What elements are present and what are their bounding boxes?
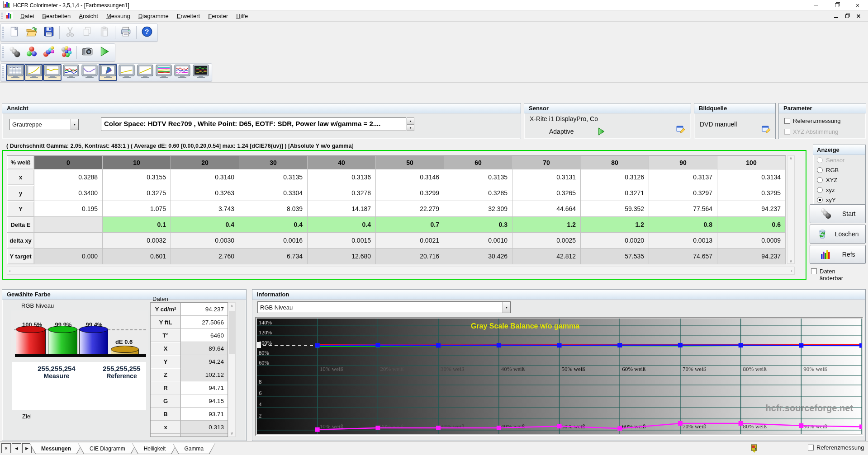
anzeige-panel: Anzeige SensorRGBXYZxyzxyY: [813, 145, 866, 205]
svg-text:20% weiß: 20% weiß: [380, 366, 404, 372]
mdi-restore-button[interactable]: [845, 13, 849, 19]
grid-cell: 44.664: [512, 201, 581, 217]
measure-secondaries-button[interactable]: [40, 45, 57, 60]
daten-aenderbar-label: Daten änderbar: [820, 268, 855, 282]
anzeige-option-xyz[interactable]: xyz: [817, 187, 835, 193]
tab-gamma[interactable]: Gamma: [172, 443, 215, 454]
information-chart-select[interactable]: RGB Niveau ▼: [257, 301, 511, 313]
view-multi-lines-button[interactable]: [154, 64, 173, 81]
loeschen-button[interactable]: Löschen: [810, 225, 866, 244]
daten-row: Y cd/m²94.237: [151, 303, 228, 316]
menu-hilfe[interactable]: Hilfe: [232, 11, 252, 21]
xyz-abstimmung-label: XYZ Abstimmung: [793, 128, 838, 135]
daten-aenderbar-checkbox[interactable]: [811, 268, 817, 274]
menu-grip[interactable]: [1, 13, 3, 20]
minimize-button[interactable]: [806, 0, 826, 11]
radio-icon[interactable]: [817, 197, 823, 203]
toolbar-grip[interactable]: [2, 47, 4, 58]
view-line-chart2-button[interactable]: [136, 64, 154, 81]
view-gamma-curve-button[interactable]: [24, 64, 43, 81]
parameter-panel-title: Parameter: [779, 103, 866, 113]
grid-row-label: Y target: [7, 249, 34, 264]
radio-icon[interactable]: [817, 177, 823, 183]
chart-select-arrow-icon[interactable]: ▼: [503, 302, 510, 313]
view-dark-chart-button[interactable]: [191, 64, 210, 81]
mdi-close-button[interactable]: ✕: [856, 13, 861, 19]
menu-messung[interactable]: Messung: [102, 11, 134, 21]
view-rgb-wave-icon: [44, 65, 61, 80]
menu-datei[interactable]: Datei: [16, 11, 38, 21]
measure-grayscale-button[interactable]: [6, 45, 23, 60]
cut-icon: [64, 26, 76, 39]
grid-cell: 1.2: [581, 217, 649, 233]
menu-erweitert[interactable]: Erweitert: [173, 11, 204, 21]
tab-cie-diagramm[interactable]: CIE Diagramm: [78, 443, 137, 454]
run-measure-button[interactable]: [96, 45, 113, 60]
close-view-button[interactable]: ×: [1, 443, 11, 453]
view-select[interactable]: Grautreppe ▼: [9, 119, 79, 130]
view-select-arrow-icon[interactable]: ▼: [71, 119, 78, 130]
toolbar-grip[interactable]: [2, 27, 4, 38]
restore-button[interactable]: [826, 0, 847, 11]
toolbar-grip[interactable]: [2, 66, 4, 78]
grid-cell: 0.7: [376, 217, 444, 233]
radio-icon[interactable]: [817, 167, 823, 173]
bildquelle-configure-icon[interactable]: [762, 124, 772, 136]
anzeige-option-xyy[interactable]: xyY: [817, 197, 836, 203]
mdi-minimize-button[interactable]: [834, 13, 838, 19]
referenzmessung-checkbox[interactable]: [784, 118, 790, 124]
view-rgb-wave-button[interactable]: [43, 64, 62, 81]
help-button[interactable]: ?: [138, 25, 156, 40]
grid-cell: 0.3131: [512, 169, 581, 185]
bottom-tab-bar: × ◄ ► MessungenCIE DiagrammHelligkeitGam…: [0, 441, 868, 455]
close-button[interactable]: ×: [847, 0, 868, 11]
view-color-curves-button[interactable]: [62, 64, 80, 81]
ansicht-panel: Ansicht Grautreppe ▼ Color Space: HDTV R…: [2, 103, 521, 139]
save-icon: [43, 26, 55, 39]
menu-bearbeiten[interactable]: Bearbeiten: [38, 11, 75, 21]
grid-vertical-scrollbar[interactable]: ∧∨: [787, 155, 795, 264]
daten-row: y0.330: [151, 434, 228, 437]
statusbar-referenzmessung-checkbox[interactable]: [808, 445, 814, 450]
capture-button[interactable]: [79, 45, 96, 60]
radio-icon[interactable]: [817, 187, 823, 193]
start-button[interactable]: Start: [810, 204, 866, 223]
file-toolbar: ?: [0, 23, 158, 42]
print-button[interactable]: [117, 25, 134, 40]
anzeige-option-rgb[interactable]: RGB: [817, 167, 839, 174]
menu-fenster[interactable]: Fenster: [204, 11, 232, 21]
colorspace-spinner[interactable]: ▲▼: [407, 117, 414, 131]
daten-scrollbar[interactable]: ∧∨: [228, 302, 236, 437]
start-button-label: Start: [842, 210, 856, 217]
sensor-configure-icon[interactable]: [676, 124, 686, 136]
view-values-table-button[interactable]: [6, 64, 24, 81]
save-button[interactable]: [40, 25, 57, 40]
view-color-tracking-button[interactable]: [173, 64, 191, 81]
grid-horizontal-scrollbar[interactable]: ‹›: [7, 267, 795, 275]
daten-row-label: Y ftL: [151, 316, 181, 329]
open-file-button[interactable]: [23, 25, 40, 40]
measure-all-colors-button[interactable]: [57, 45, 75, 60]
refs-histogram-icon: [820, 248, 832, 261]
grid-cell: 0.195: [34, 201, 103, 217]
prev-tab-button[interactable]: ◄: [12, 443, 21, 453]
scroll-down-icon: ∨: [228, 431, 235, 436]
measure-primaries-button[interactable]: [23, 45, 40, 60]
menu-diagramme[interactable]: Diagramme: [134, 11, 173, 21]
grid-cell: 0.4: [239, 217, 308, 233]
new-file-button[interactable]: [6, 25, 23, 40]
view-cie-diagram-button[interactable]: [99, 64, 117, 81]
svg-text:30% weiß: 30% weiß: [441, 366, 465, 372]
scroll-left-icon: ‹: [9, 268, 11, 273]
tab-messungen[interactable]: Messungen: [29, 443, 83, 454]
anzeige-option-xyz[interactable]: XYZ: [817, 177, 837, 183]
menu-ansicht[interactable]: Ansicht: [75, 11, 102, 21]
sensor-run-icon[interactable]: [597, 127, 606, 138]
view-luminance-curve-button[interactable]: [80, 64, 99, 81]
view-line-chart1-button[interactable]: [117, 64, 136, 81]
blue-level-bar: [79, 329, 108, 354]
refs-button[interactable]: Refs: [810, 245, 866, 264]
grid-column-header: 70: [512, 156, 581, 169]
tab-helligkeit[interactable]: Helligkeit: [132, 443, 178, 454]
anzeige-option-label: XYZ: [826, 177, 837, 183]
